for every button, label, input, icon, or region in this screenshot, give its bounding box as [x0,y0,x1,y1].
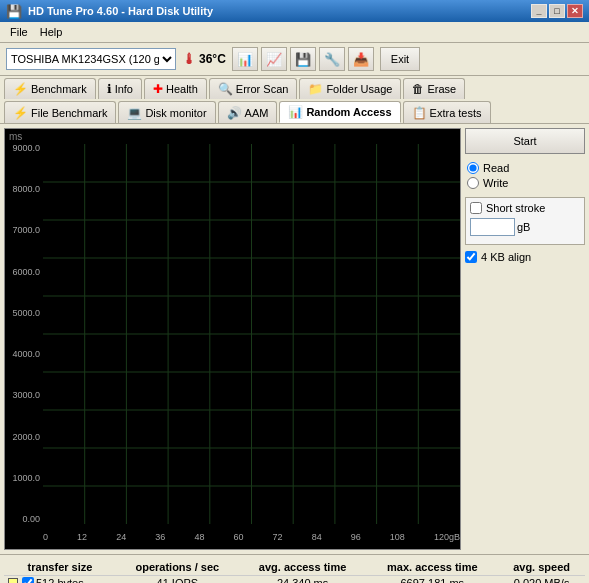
read-radio[interactable] [467,162,479,174]
col-header-transfer: transfer size [4,559,116,576]
kb-align-checkbox[interactable] [465,251,477,263]
file-benchmark-icon: ⚡ [13,106,28,120]
tab-error-scan[interactable]: 🔍 Error Scan [209,78,298,99]
x-label-5: 60 [233,532,243,542]
table-header-row: transfer size operations / sec avg. acce… [4,559,585,576]
write-radio[interactable] [467,177,479,189]
tab-file-benchmark[interactable]: ⚡ File Benchmark [4,101,116,123]
tab-erase[interactable]: 🗑 Erase [403,78,465,99]
row-checkbox-0[interactable] [22,577,34,583]
radio-write[interactable]: Write [467,177,583,189]
chart-area: ms 0.00 1000.0 2000.0 3000.0 4000.0 5000… [4,128,461,550]
y-label-5: 5000.0 [5,309,43,318]
close-button[interactable]: ✕ [567,4,583,18]
tab-info[interactable]: ℹ Info [98,78,142,99]
icon-btn-4[interactable]: 🔧 [319,47,345,71]
y-axis: 0.00 1000.0 2000.0 3000.0 4000.0 5000.0 … [5,144,43,524]
tab-health[interactable]: ✚ Health [144,78,207,99]
results-table: transfer size operations / sec avg. acce… [4,559,585,583]
chart-grid-svg [43,144,460,524]
radio-group: Read Write [465,160,585,191]
right-panel: Start Read Write Short stroke 40 gB [465,128,585,550]
spinner-row: 40 gB [470,218,580,236]
title-bar: 💾 HD Tune Pro 4.60 - Hard Disk Utility _… [0,0,589,22]
x-label-7: 84 [312,532,322,542]
temperature-display: 🌡 36°C [182,51,226,67]
toolbar: TOSHIBA MK1234GSX (120 gB) 🌡 36°C 📊 📈 💾 … [0,43,589,76]
window-title: HD Tune Pro 4.60 - Hard Disk Utility [28,5,213,17]
icon-btn-3[interactable]: 💾 [290,47,316,71]
kb-align-label: 4 KB align [481,251,531,263]
disk-selector[interactable]: TOSHIBA MK1234GSX (120 gB) [6,48,176,70]
col-header-ops: operations / sec [116,559,239,576]
spinner-unit: gB [517,221,530,233]
radio-read[interactable]: Read [467,162,583,174]
x-label-6: 72 [273,532,283,542]
extra-tests-icon: 📋 [412,106,427,120]
exit-button[interactable]: Exit [380,47,420,71]
kb-align-row[interactable]: 4 KB align [465,251,585,263]
x-label-9: 108 [390,532,405,542]
menu-help[interactable]: Help [34,24,69,40]
toolbar-icons: 📊 📈 💾 🔧 📥 [232,47,374,71]
temperature-value: 36°C [199,52,226,66]
x-label-8: 96 [351,532,361,542]
tab-benchmark[interactable]: ⚡ Benchmark [4,78,96,99]
read-label: Read [483,162,509,174]
cell-max-access-0: 6697.181 ms [366,576,498,584]
cell-ops-0: 41 IOPS [116,576,239,584]
cell-avg-access-0: 24.340 ms [239,576,367,584]
aam-icon: 🔊 [227,106,242,120]
write-label: Write [483,177,508,189]
spinner-input[interactable]: 40 [470,218,515,236]
chart-y-unit: ms [9,131,22,142]
health-icon: ✚ [153,82,163,96]
col-header-avg-access: avg. access time [239,559,367,576]
col-header-max-access: max. access time [366,559,498,576]
y-label-3: 3000.0 [5,391,43,400]
cell-label-0: 512 bytes [4,576,116,584]
x-label-0: 0 [43,532,48,542]
minimize-button[interactable]: _ [531,4,547,18]
tab-aam[interactable]: 🔊 AAM [218,101,278,123]
menu-file[interactable]: File [4,24,34,40]
window-controls: _ □ ✕ [531,4,583,18]
short-stroke-label: Short stroke [486,202,545,214]
y-label-9: 9000.0 [5,144,43,153]
menu-bar: File Help [0,22,589,43]
short-stroke-checkbox[interactable] [470,202,482,214]
y-label-6: 6000.0 [5,268,43,277]
results-section: transfer size operations / sec avg. acce… [0,554,589,583]
tab-extra-tests[interactable]: 📋 Extra tests [403,101,491,123]
folder-usage-icon: 📁 [308,82,323,96]
benchmark-icon: ⚡ [13,82,28,96]
row-label-text-0: 512 bytes [36,577,84,583]
icon-btn-1[interactable]: 📊 [232,47,258,71]
start-button[interactable]: Start [465,128,585,154]
thermometer-icon: 🌡 [182,51,196,67]
main-content: ms 0.00 1000.0 2000.0 3000.0 4000.0 5000… [0,124,589,554]
disk-monitor-icon: 💻 [127,106,142,120]
short-stroke-row: Short stroke [470,202,580,214]
tab-folder-usage[interactable]: 📁 Folder Usage [299,78,401,99]
y-label-0: 0.00 [5,515,43,524]
x-label-10: 120gB [434,532,460,542]
tab-row-1: ⚡ Benchmark ℹ Info ✚ Health 🔍 Error Scan… [0,76,589,124]
icon-btn-2[interactable]: 📈 [261,47,287,71]
icon-btn-5[interactable]: 📥 [348,47,374,71]
x-axis: 0 12 24 36 48 60 72 84 96 108 120gB [43,527,460,547]
y-label-7: 7000.0 [5,226,43,235]
maximize-button[interactable]: □ [549,4,565,18]
table-row: 512 bytes 41 IOPS 24.340 ms 6697.181 ms … [4,576,585,584]
tab-random-access[interactable]: 📊 Random Access [279,101,400,123]
info-icon: ℹ [107,82,112,96]
y-label-1: 1000.0 [5,474,43,483]
tab-disk-monitor[interactable]: 💻 Disk monitor [118,101,215,123]
option-group: Short stroke 40 gB [465,197,585,245]
error-scan-icon: 🔍 [218,82,233,96]
x-label-3: 36 [155,532,165,542]
y-label-2: 2000.0 [5,433,43,442]
erase-icon: 🗑 [412,82,424,96]
y-label-4: 4000.0 [5,350,43,359]
x-label-1: 12 [77,532,87,542]
